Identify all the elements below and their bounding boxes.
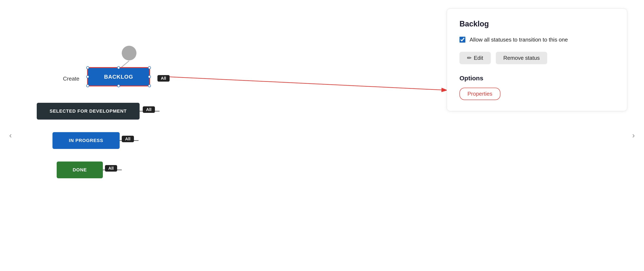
edit-button[interactable]: ✏ Edit: [460, 52, 491, 64]
options-title: Options: [460, 75, 614, 82]
in-progress-node[interactable]: IN PROGRESS: [52, 132, 120, 149]
handle-tm[interactable]: [117, 66, 120, 69]
properties-panel: Backlog Allow all statuses to transition…: [447, 8, 627, 111]
canvas: ‹ › Create BACKLOG: [0, 0, 644, 271]
all-badge-backlog: All: [158, 75, 170, 82]
all-badge-done: All: [105, 165, 117, 172]
backlog-node-box[interactable]: BACKLOG: [87, 67, 150, 86]
edit-label: Edit: [474, 55, 483, 61]
svg-line-8: [168, 77, 447, 90]
handle-mr[interactable]: [148, 75, 151, 78]
handle-tr[interactable]: [148, 66, 151, 69]
in-progress-label: IN PROGRESS: [69, 138, 103, 143]
handle-bl[interactable]: [86, 84, 89, 87]
sfd-node[interactable]: SELECTED FOR DEVELOPMENT: [37, 103, 140, 120]
nav-arrow-left[interactable]: ‹: [4, 127, 17, 144]
backlog-node[interactable]: BACKLOG: [87, 67, 150, 86]
remove-label: Remove status: [503, 55, 540, 61]
handle-bm[interactable]: [117, 84, 120, 87]
allow-transition-checkbox[interactable]: [460, 37, 465, 42]
checkbox-row: Allow all statuses to transition to this…: [460, 36, 614, 43]
handle-ml[interactable]: [86, 75, 89, 78]
backlog-label: BACKLOG: [104, 74, 133, 80]
done-label: DONE: [73, 167, 87, 173]
panel-title: Backlog: [460, 19, 614, 28]
all-badge-ip: All: [122, 136, 134, 142]
done-node[interactable]: DONE: [57, 162, 103, 178]
all-badge-sfd: All: [143, 106, 155, 113]
remove-status-button[interactable]: Remove status: [496, 52, 547, 64]
button-row: ✏ Edit Remove status: [460, 52, 614, 64]
nav-arrow-right[interactable]: ›: [627, 127, 640, 144]
chevron-right-icon: ›: [632, 131, 635, 140]
handle-br[interactable]: [148, 84, 151, 87]
edit-icon: ✏: [467, 55, 472, 61]
checkbox-label: Allow all statuses to transition to this…: [470, 36, 568, 43]
properties-pill[interactable]: Properties: [460, 88, 500, 100]
start-circle: [122, 46, 136, 60]
handle-tl[interactable]: [86, 66, 89, 69]
create-label: Create: [63, 75, 79, 82]
chevron-left-icon: ‹: [9, 131, 12, 140]
sfd-label: SELECTED FOR DEVELOPMENT: [50, 108, 126, 114]
